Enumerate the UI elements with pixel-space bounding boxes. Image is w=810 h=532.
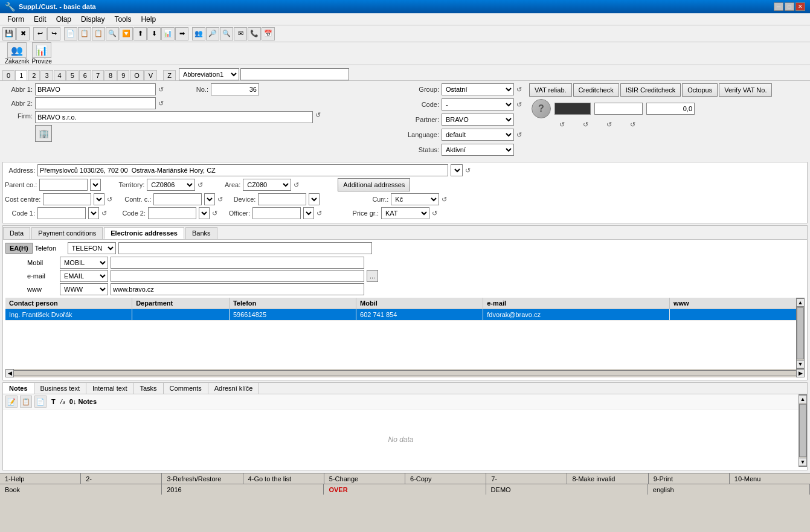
paste-icon[interactable]: 📋: [92, 27, 105, 40]
code1-input[interactable]: [37, 207, 86, 219]
notes-tab-internal[interactable]: Internal text: [86, 383, 133, 394]
group-reset-button[interactable]: ↺: [516, 86, 522, 94]
tab-payment[interactable]: Payment conditions: [31, 227, 103, 239]
menu-edit[interactable]: Edit: [29, 14, 51, 25]
abbr2-input[interactable]: [35, 97, 156, 109]
status-f7[interactable]: 7-: [486, 473, 567, 484]
firm-reset-button[interactable]: ↺: [315, 111, 321, 119]
language-select[interactable]: default: [442, 129, 514, 141]
status-select[interactable]: Aktivní: [442, 144, 514, 156]
notes-tab-tasks[interactable]: Tasks: [133, 383, 163, 394]
notes-icon1[interactable]: 📝: [5, 396, 18, 408]
officer-select[interactable]: [303, 207, 314, 219]
ea-mobil-input[interactable]: [111, 257, 364, 269]
status-f8[interactable]: 8-Make invalid: [567, 473, 648, 484]
search-people-icon[interactable]: 👥: [192, 27, 205, 40]
scroll-thumb[interactable]: [797, 307, 804, 359]
tab-9[interactable]: 9: [117, 70, 129, 80]
abbreviation-dropdown[interactable]: Abbreviation1: [179, 68, 239, 80]
minimize-button[interactable]: ─: [774, 2, 783, 11]
notes-scroll-up[interactable]: ▲: [799, 395, 807, 403]
notes-scroll-down[interactable]: ▼: [799, 458, 807, 466]
octopus-button[interactable]: Octopus: [682, 83, 718, 97]
ea-telefon-input[interactable]: [118, 242, 372, 254]
abbr1-reset-button[interactable]: ↺: [158, 86, 164, 94]
ea-email-edit-button[interactable]: ...: [367, 270, 378, 282]
curr-select[interactable]: Kč: [391, 193, 439, 205]
save-icon[interactable]: 💾: [2, 27, 16, 40]
octopus-reset[interactable]: ↺: [606, 121, 612, 129]
partner-select[interactable]: BRAVO: [442, 114, 514, 126]
contact-scrollbar[interactable]: ▲ ▼: [796, 298, 805, 369]
isir-creditcheck-button[interactable]: ISIR Creditcheck: [620, 83, 681, 97]
chart-icon[interactable]: 📊: [161, 27, 175, 40]
tab-7[interactable]: 7: [92, 70, 104, 80]
notes-tab-business[interactable]: Business text: [34, 383, 86, 394]
code-reset-button[interactable]: ↺: [516, 101, 522, 109]
zakaznik-button[interactable]: 👥 Zákazník: [5, 42, 30, 65]
phone-icon[interactable]: 📞: [248, 27, 261, 40]
menu-help[interactable]: Help: [136, 14, 161, 25]
language-reset-button[interactable]: ↺: [516, 131, 522, 139]
code2-input[interactable]: [148, 207, 196, 219]
address-input[interactable]: [37, 164, 448, 176]
octopus-value-input[interactable]: [646, 103, 695, 115]
vat-reset[interactable]: ↺: [630, 121, 635, 129]
parent-co-select[interactable]: [90, 179, 101, 191]
tab-4[interactable]: 4: [54, 70, 66, 80]
hscroll-left[interactable]: ◀: [5, 369, 14, 377]
redo-icon[interactable]: ↪: [47, 27, 60, 40]
tab-banks[interactable]: Banks: [185, 227, 217, 239]
address-reset-button[interactable]: ↺: [465, 167, 471, 175]
tab-5[interactable]: 5: [66, 70, 79, 80]
ea-email-select[interactable]: EMAIL: [60, 270, 108, 282]
ea-telefon-select[interactable]: TELEFON: [68, 242, 116, 254]
firm-icon-button[interactable]: 🏢: [35, 125, 52, 142]
scroll-up-arrow[interactable]: ▲: [796, 298, 805, 307]
address-type-select[interactable]: [451, 164, 463, 176]
ea-www-select[interactable]: WWW: [60, 283, 108, 295]
close-button[interactable]: ✕: [796, 2, 805, 11]
price-gr-select[interactable]: KAT: [381, 207, 429, 219]
status-f4[interactable]: 4-Go to the list: [243, 473, 324, 484]
parent-co-input[interactable]: [39, 179, 88, 191]
verify-vat-button[interactable]: Verify VAT No.: [719, 83, 772, 97]
territory-select[interactable]: CZ0806: [147, 179, 195, 191]
price-gr-reset[interactable]: ↺: [432, 210, 437, 217]
code2-reset[interactable]: ↺: [212, 210, 217, 217]
territory-reset-button[interactable]: ↺: [198, 181, 203, 189]
tab-8[interactable]: 8: [104, 70, 117, 80]
ea-mobil-select[interactable]: MOBIL: [60, 257, 108, 269]
contact-row-0[interactable]: Ing. František Dvořák 596614825 602 741 …: [5, 309, 796, 321]
menu-olap[interactable]: Olap: [51, 14, 76, 25]
provize-button[interactable]: 📊 Provize: [32, 42, 52, 65]
status-f1[interactable]: 1-Help: [0, 473, 81, 484]
status-f2[interactable]: 2-: [81, 473, 162, 484]
tab-data[interactable]: Data: [3, 227, 30, 239]
curr-reset[interactable]: ↺: [442, 196, 447, 204]
status-f10[interactable]: 10-Menu: [730, 473, 810, 484]
cost-centre-reset[interactable]: ↺: [107, 196, 112, 204]
code1-select[interactable]: [88, 207, 99, 219]
tab-z[interactable]: Z: [163, 70, 176, 80]
cost-centre-input[interactable]: [43, 193, 91, 205]
contr-c-select[interactable]: [204, 193, 215, 205]
notes-icon3[interactable]: 📄: [34, 396, 47, 408]
menu-tools[interactable]: Tools: [109, 14, 136, 25]
code1-reset[interactable]: ↺: [101, 210, 107, 217]
status-f3[interactable]: 3-Refresh/Restore: [162, 473, 243, 484]
menu-form[interactable]: Form: [2, 14, 29, 25]
tab-1[interactable]: 1: [15, 70, 27, 80]
tab-o[interactable]: O: [130, 70, 144, 80]
arrow-icon[interactable]: ➡: [175, 27, 188, 40]
contr-c-input[interactable]: [153, 193, 202, 205]
status-f9[interactable]: 9-Print: [649, 473, 730, 484]
up-icon[interactable]: ⬆: [133, 27, 147, 40]
no-input[interactable]: [211, 83, 259, 95]
copy-icon[interactable]: 📋: [78, 27, 91, 40]
contr-c-reset[interactable]: ↺: [217, 196, 223, 204]
vat-reliab-button[interactable]: VAT reliab.: [529, 83, 572, 97]
code-select[interactable]: -: [442, 98, 514, 111]
notes-scroll-thumb[interactable]: [799, 404, 806, 457]
device-input[interactable]: [258, 193, 306, 205]
